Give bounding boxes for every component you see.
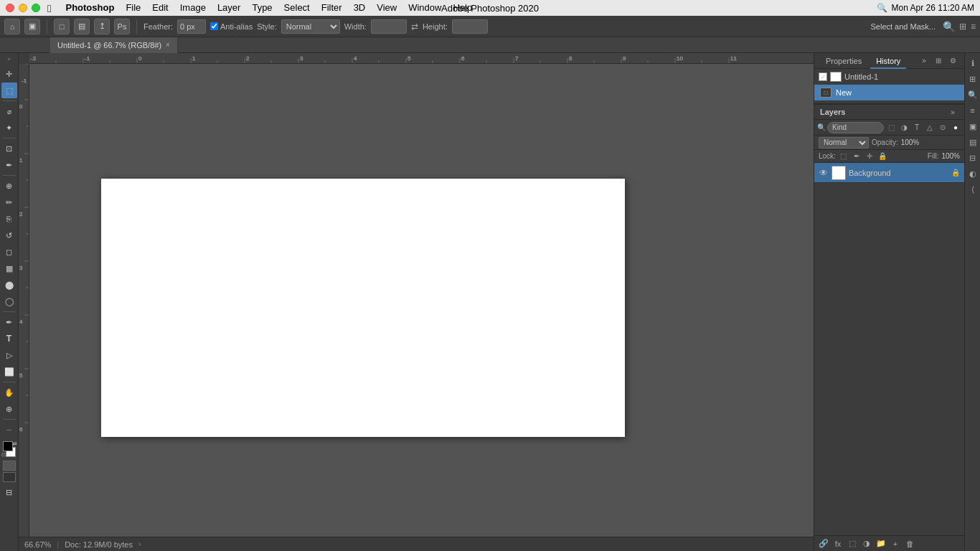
- close-window-button[interactable]: [6, 4, 14, 12]
- layer-row-background[interactable]: 👁 Background 🔒: [814, 163, 964, 183]
- search-strip-icon[interactable]: 🔍: [966, 88, 980, 102]
- swap-colors-icon[interactable]: ⇄: [12, 441, 17, 447]
- healing-button[interactable]: ⊕: [1, 178, 17, 194]
- pixel-filter-btn[interactable]: ⬚: [885, 122, 897, 133]
- brush-button[interactable]: ✏: [1, 194, 17, 210]
- clone-button[interactable]: ⎘: [1, 211, 17, 227]
- lock-position-icon[interactable]: ✒: [852, 151, 862, 161]
- tab-properties[interactable]: Properties: [820, 53, 867, 69]
- new-doc-button[interactable]: □: [54, 19, 70, 34]
- menu-edit[interactable]: Edit: [146, 0, 174, 16]
- move-tool-button[interactable]: ✛: [1, 66, 17, 82]
- panel-collapse-icon[interactable]: »: [918, 55, 930, 67]
- normal-mode-button[interactable]: [3, 461, 16, 471]
- search-icon-toolbar[interactable]: 🔍: [943, 21, 955, 32]
- reset-colors-icon[interactable]: ⊡: [1, 452, 6, 458]
- grid-icon[interactable]: ⊞: [966, 72, 980, 86]
- fullscreen-window-button[interactable]: [32, 4, 40, 12]
- link-layers-button[interactable]: 🔗: [817, 537, 830, 550]
- group-button[interactable]: 📁: [875, 537, 887, 550]
- panel-settings-icon[interactable]: ⚙: [947, 55, 958, 67]
- patterns-icon[interactable]: ⊟: [966, 151, 980, 165]
- magic-wand-button[interactable]: ✦: [1, 120, 17, 136]
- adj-filter-btn[interactable]: ◑: [898, 122, 910, 133]
- type-filter-btn[interactable]: T: [911, 122, 923, 133]
- feather-input[interactable]: [177, 19, 206, 34]
- hand-button[interactable]: ✋: [1, 385, 17, 400]
- layer-visibility-icon[interactable]: 👁: [819, 168, 829, 178]
- eyedropper-button[interactable]: ✒: [1, 157, 17, 173]
- shape-filter-btn[interactable]: △: [924, 122, 936, 133]
- save-doc-button[interactable]: ↥: [94, 19, 110, 34]
- panel-options-icon[interactable]: ≡: [971, 22, 976, 32]
- smart-filter-btn[interactable]: ⊙: [937, 122, 948, 133]
- quick-mask-button[interactable]: [3, 472, 16, 482]
- timeline-icon[interactable]: ⟨: [966, 182, 980, 197]
- open-doc-button[interactable]: ▤: [74, 19, 90, 34]
- fx-button[interactable]: fx: [831, 537, 844, 550]
- ps-btn[interactable]: Ps: [114, 19, 130, 34]
- menu-select[interactable]: Select: [278, 0, 316, 16]
- type-button[interactable]: T: [1, 331, 17, 347]
- marquee-tool-button[interactable]: ⬚: [1, 83, 17, 98]
- opacity-value[interactable]: 100%: [901, 138, 920, 146]
- menu-image[interactable]: Image: [174, 0, 212, 16]
- lock-all-icon[interactable]: 🔒: [877, 151, 887, 161]
- search-icon[interactable]: 🔍: [877, 3, 887, 13]
- history-source-icon[interactable]: ✓: [819, 72, 827, 81]
- channels-icon[interactable]: ≡: [966, 103, 980, 118]
- more-tools-button[interactable]: ···: [1, 422, 17, 438]
- marquee-options-btn[interactable]: ▣: [24, 19, 40, 34]
- history-item-new[interactable]: □ New: [814, 85, 964, 100]
- shape-button[interactable]: ⬜: [1, 364, 17, 380]
- status-arrow-icon[interactable]: ›: [138, 540, 141, 548]
- layers-kind-input[interactable]: [827, 122, 884, 133]
- select-mask-button[interactable]: Select and Mask...: [870, 22, 936, 31]
- apple-logo-icon[interactable]: : [47, 2, 51, 14]
- gradient-button[interactable]: ▦: [1, 260, 17, 276]
- new-layer-button[interactable]: +: [889, 537, 902, 550]
- menu-type[interactable]: Type: [246, 0, 278, 16]
- adjustment-button[interactable]: ◑: [860, 537, 873, 550]
- blur-button[interactable]: ⬤: [1, 277, 17, 293]
- screen-mode-button[interactable]: ⊟: [1, 484, 17, 500]
- path-selection-button[interactable]: ▷: [1, 347, 17, 363]
- tab-history[interactable]: History: [870, 53, 906, 69]
- delete-layer-button[interactable]: 🗑: [903, 537, 916, 550]
- style-select[interactable]: Normal Fixed Ratio Fixed Size: [281, 19, 340, 34]
- eraser-button[interactable]: ◻: [1, 244, 17, 260]
- minimize-window-button[interactable]: [19, 4, 27, 12]
- panel-layout-icon[interactable]: ⊞: [959, 22, 966, 32]
- panel-grid-icon[interactable]: ⊞: [933, 55, 944, 67]
- home-button[interactable]: ⌂: [4, 19, 20, 34]
- pen-button[interactable]: ✒: [1, 314, 17, 330]
- layers-filter-toggle[interactable]: ●: [950, 122, 961, 133]
- anti-alias-checkbox[interactable]: [210, 22, 218, 30]
- crop-tool-button[interactable]: ⊡: [1, 141, 17, 156]
- adjustments-icon[interactable]: ◐: [966, 166, 980, 181]
- blend-mode-select[interactable]: Normal Multiply Screen Overlay: [819, 137, 869, 149]
- gradients-icon[interactable]: ▤: [966, 135, 980, 149]
- lock-pixels-icon[interactable]: ⬚: [839, 151, 849, 161]
- canvas-document[interactable]: [101, 179, 625, 437]
- history-brush-button[interactable]: ↺: [1, 227, 17, 243]
- menu-layer[interactable]: Layer: [212, 0, 247, 16]
- height-input[interactable]: [452, 19, 488, 34]
- app-menu-photoshop[interactable]: Photoshop: [60, 0, 120, 16]
- close-tab-button[interactable]: ×: [166, 41, 170, 49]
- layers-collapse-icon[interactable]: »: [947, 106, 958, 118]
- canvas-container[interactable]: [29, 64, 814, 537]
- menu-3d[interactable]: 3D: [348, 0, 372, 16]
- zoom-button[interactable]: ⊕: [1, 401, 17, 417]
- foreground-color[interactable]: [3, 441, 13, 451]
- lasso-tool-button[interactable]: ⌀: [1, 103, 17, 119]
- menu-view[interactable]: View: [371, 0, 402, 16]
- document-tab[interactable]: Untitled-1 @ 66.7% (RGB/8#) ×: [50, 37, 178, 53]
- properties-icon[interactable]: ℹ: [966, 56, 980, 70]
- fill-value[interactable]: 100%: [941, 152, 960, 160]
- width-input[interactable]: [371, 19, 407, 34]
- swap-wh-icon[interactable]: ⇄: [411, 22, 418, 32]
- menu-file[interactable]: File: [120, 0, 146, 16]
- dodge-button[interactable]: ◯: [1, 293, 17, 309]
- swatches-icon[interactable]: ▣: [966, 119, 980, 133]
